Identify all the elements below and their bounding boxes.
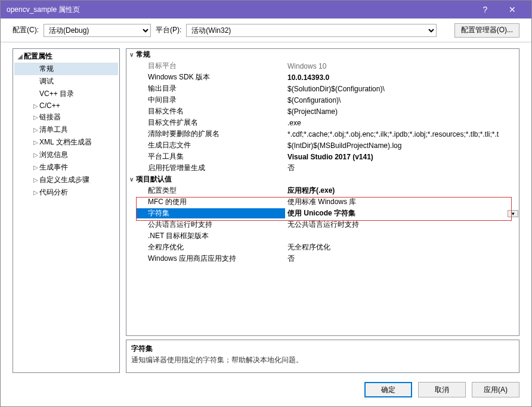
prop-row[interactable]: 启用托管增量生成否 <box>126 162 519 174</box>
description-panel: 字符集 通知编译器使用指定的字符集；帮助解决本地化问题。 <box>126 340 519 373</box>
tree-item-label: 代码分析 <box>39 187 68 198</box>
titlebar: opencv_sample 属性页 ? ✕ <box>1 1 531 18</box>
prop-row[interactable]: 生成日志文件$(IntDir)$(MSBuildProjectName).log <box>126 140 519 151</box>
dropdown-button[interactable]: ▾ <box>508 210 518 217</box>
chevron-down-icon: ◢ <box>17 53 24 60</box>
prop-value[interactable]: 应用程序(.exe) <box>285 186 519 196</box>
prop-row[interactable]: Windows SDK 版本10.0.14393.0 <box>126 72 519 83</box>
prop-row[interactable]: 中间目录$(Configuration)\ <box>126 94 519 106</box>
prop-value[interactable]: $(Configuration)\ <box>285 96 519 104</box>
prop-name: 公共语言运行时支持 <box>136 220 285 230</box>
chevron-right-icon: ▷ <box>32 114 39 121</box>
chevron-down-icon: ∨ <box>126 51 136 58</box>
prop-name: 生成日志文件 <box>136 140 285 150</box>
prop-row[interactable]: MFC 的使用使用标准 Windows 库 <box>126 196 519 208</box>
prop-name: 目标文件名 <box>136 106 285 116</box>
chevron-right-icon: ▷ <box>32 177 39 183</box>
prop-value[interactable]: 无全程序优化 <box>285 242 519 252</box>
prop-value[interactable]: Visual Studio 2017 (v141) <box>285 153 519 161</box>
property-page-window: opencv_sample 属性页 ? ✕ 配置(C): 活动(Debug) 平… <box>0 0 532 407</box>
tree-item-label: 自定义生成步骤 <box>39 175 89 185</box>
tree-item[interactable]: ▷代码分析 <box>14 186 118 199</box>
tree-item-label: 生成事件 <box>39 162 68 172</box>
tree-item[interactable]: 常规 <box>14 63 118 75</box>
prop-name: .NET 目标框架版本 <box>136 231 285 241</box>
prop-value[interactable]: 无公共语言运行时支持 <box>285 220 519 230</box>
config-manager-button[interactable]: 配置管理器(O)... <box>454 23 519 38</box>
prop-value[interactable]: 使用标准 Windows 库 <box>285 197 519 207</box>
tree-panel[interactable]: ◢ 配置属性 常规调试VC++ 目录▷C/C++▷链接器▷清单工具▷XML 文档… <box>13 48 120 373</box>
apply-button[interactable]: 应用(A) <box>472 382 519 397</box>
ok-button[interactable]: 确定 <box>364 382 412 397</box>
help-button[interactable]: ? <box>472 1 499 18</box>
description-text: 通知编译器使用指定的字符集；帮助解决本地化问题。 <box>131 355 514 365</box>
prop-value[interactable]: $(SolutionDir)$(Configuration)\ <box>285 85 519 93</box>
prop-name: 配置类型 <box>136 186 285 196</box>
tree-item[interactable]: ▷C/C++ <box>14 100 118 111</box>
tree-item-label: 清单工具 <box>39 125 68 135</box>
prop-row[interactable]: 全程序优化无全程序优化 <box>126 242 519 253</box>
chevron-right-icon: ▷ <box>32 164 39 171</box>
prop-row[interactable]: 平台工具集Visual Studio 2017 (v141) <box>126 151 519 162</box>
tree-item-label: 链接器 <box>39 112 61 122</box>
prop-value[interactable]: .exe <box>285 119 519 127</box>
config-label: 配置(C): <box>13 25 39 35</box>
tree-item-label: 常规 <box>39 64 54 74</box>
prop-group-label: 常规 <box>136 50 285 60</box>
tree-root[interactable]: ◢ 配置属性 <box>14 50 118 63</box>
prop-row[interactable]: 目标文件名$(ProjectName) <box>126 106 519 117</box>
prop-name: 目标平台 <box>136 61 285 71</box>
prop-value[interactable]: 否 <box>285 254 519 264</box>
tree-item[interactable]: ▷XML 文档生成器 <box>14 136 118 149</box>
tree-item[interactable]: ▷链接器 <box>14 111 118 124</box>
prop-value[interactable]: 否 <box>285 163 519 173</box>
cancel-button[interactable]: 取消 <box>418 382 466 397</box>
tree-item[interactable]: ▷清单工具 <box>14 124 118 136</box>
platform-select[interactable]: 活动(Win32) <box>186 24 437 37</box>
prop-value[interactable]: $(ProjectName) <box>285 107 519 116</box>
prop-value[interactable]: 使用 Unicode 字符集 <box>285 208 508 218</box>
prop-name: 中间目录 <box>136 95 285 105</box>
footer: 确定 取消 应用(A) <box>1 373 531 406</box>
close-button[interactable]: ✕ <box>499 1 525 18</box>
prop-row[interactable]: 输出目录$(SolutionDir)$(Configuration)\ <box>126 83 519 94</box>
prop-value[interactable]: $(IntDir)$(MSBuildProjectName).log <box>285 141 519 150</box>
tree-item[interactable]: 调试 <box>14 75 118 88</box>
prop-row[interactable]: 清除时要删除的扩展名*.cdf;*.cache;*.obj;*.obj.enc;… <box>126 128 519 140</box>
prop-name: 目标文件扩展名 <box>136 118 285 128</box>
property-grid[interactable]: ∨常规目标平台Windows 10Windows SDK 版本10.0.1439… <box>126 48 519 336</box>
window-title: opencv_sample 属性页 <box>7 5 472 15</box>
prop-name: MFC 的使用 <box>136 197 285 207</box>
prop-name: 启用托管增量生成 <box>136 163 285 173</box>
chevron-down-icon: ∨ <box>126 176 136 183</box>
tree-item[interactable]: VC++ 目录 <box>14 88 118 100</box>
prop-group-header[interactable]: ∨项目默认值 <box>126 174 519 185</box>
chevron-right-icon: ▷ <box>32 189 39 196</box>
chevron-right-icon: ▷ <box>32 152 39 158</box>
prop-name: Windows 应用商店应用支持 <box>136 254 285 264</box>
prop-value[interactable]: 10.0.14393.0 <box>285 73 519 82</box>
tree-item[interactable]: ▷自定义生成步骤 <box>14 174 118 186</box>
prop-row[interactable]: 公共语言运行时支持无公共语言运行时支持 <box>126 219 519 230</box>
prop-row[interactable]: 目标平台Windows 10 <box>126 60 519 72</box>
prop-row[interactable]: 目标文件扩展名.exe <box>126 117 519 128</box>
tree-item-label: C/C++ <box>39 101 60 110</box>
tree-item-label: XML 文档生成器 <box>39 137 92 147</box>
chevron-right-icon: ▷ <box>32 139 39 146</box>
prop-name: Windows SDK 版本 <box>136 72 285 82</box>
prop-row[interactable]: .NET 目标框架版本 <box>126 230 519 242</box>
chevron-right-icon: ▷ <box>32 127 39 133</box>
prop-value[interactable]: *.cdf;*.cache;*.obj;*.obj.enc;*.ilk;*.ip… <box>285 130 519 138</box>
prop-row[interactable]: 配置类型应用程序(.exe) <box>126 185 519 196</box>
prop-row[interactable]: Windows 应用商店应用支持否 <box>126 253 519 264</box>
prop-row[interactable]: 字符集使用 Unicode 字符集▾ <box>126 208 519 219</box>
config-select[interactable]: 活动(Debug) <box>44 24 151 37</box>
prop-name: 输出目录 <box>136 84 285 94</box>
prop-group-header[interactable]: ∨常规 <box>126 49 519 60</box>
tree-item[interactable]: ▷生成事件 <box>14 161 118 174</box>
tree-item[interactable]: ▷浏览信息 <box>14 149 118 161</box>
prop-value[interactable]: Windows 10 <box>285 62 519 70</box>
prop-name: 清除时要删除的扩展名 <box>136 129 285 139</box>
prop-name: 平台工具集 <box>136 152 285 162</box>
tree-item-label: 调试 <box>39 76 54 87</box>
